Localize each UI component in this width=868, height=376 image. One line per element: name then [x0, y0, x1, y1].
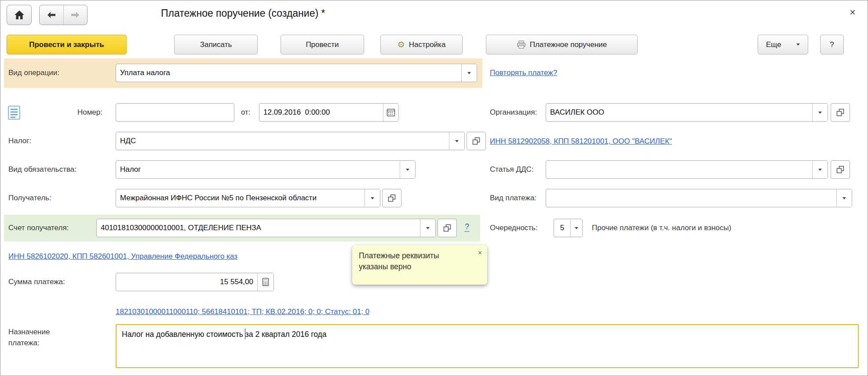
payment-kind-field[interactable]: [546, 189, 852, 207]
tax-field[interactable]: НДС: [116, 132, 465, 150]
priority-value: 5: [554, 219, 570, 237]
payment-kind-label: Вид платежа:: [490, 189, 536, 207]
chevron-down-icon: [371, 197, 374, 199]
payment-check-tooltip: Платежные реквизиты указаны верно ×: [352, 245, 487, 285]
recipient-account-choose-button[interactable]: [438, 219, 457, 237]
amount-input[interactable]: 15 554,00: [116, 273, 274, 291]
save-label: Записать: [200, 40, 232, 49]
priority-dropdown-button[interactable]: [570, 219, 582, 237]
recipient-account-value: 40101810300000010001, ОТДЕЛЕНИЕ ПЕНЗА: [97, 219, 420, 237]
organization-field[interactable]: ВАСИЛЕК ООО: [546, 103, 828, 122]
operation-type-label: Вид операции:: [8, 64, 59, 82]
account-check-help-link[interactable]: ?: [465, 222, 469, 232]
tax-value: НДС: [116, 132, 449, 150]
payment-kind-value: [546, 189, 836, 207]
recipient-choose-button[interactable]: [382, 189, 401, 207]
recipient-account-field[interactable]: 40101810300000010001, ОТДЕЛЕНИЕ ПЕНЗА: [96, 219, 436, 237]
dds-item-value: [546, 161, 812, 178]
tax-label: Налог:: [8, 132, 31, 150]
kbk-details-link[interactable]: 18210301000011000110; 56618410101; ТП; К…: [116, 307, 369, 316]
chevron-down-icon: [455, 140, 459, 142]
forward-arrow-icon: [70, 11, 80, 18]
organization-label: Организация:: [490, 103, 537, 122]
forward-button[interactable]: [63, 5, 88, 25]
obligation-dropdown-button[interactable]: [400, 161, 415, 178]
history-nav: [39, 5, 88, 25]
recipient-dropdown-button[interactable]: [365, 189, 380, 207]
back-arrow-icon: [47, 11, 56, 18]
tooltip-close-icon[interactable]: ×: [478, 249, 482, 257]
more-button[interactable]: Еще: [758, 35, 808, 54]
printer-icon: [517, 40, 526, 49]
gear-icon: ⚙: [398, 40, 405, 49]
chevron-down-icon: [426, 227, 430, 229]
tooltip-text: Платежные реквизиты указаны верно: [359, 250, 458, 272]
recipient-label: Получатель:: [8, 189, 51, 207]
chevron-down-icon: [818, 112, 822, 114]
recipient-field[interactable]: Межрайонная ИФНС России №5 по Пензенской…: [116, 189, 380, 207]
post-button[interactable]: Провести: [281, 35, 364, 54]
settings-button[interactable]: ⚙ Настройка: [380, 35, 463, 54]
priority-description: Прочие платежи (в т.ч. налоги и взносы): [592, 219, 731, 237]
dds-item-field[interactable]: [546, 160, 828, 179]
date-input[interactable]: 12.09.2016 0:00:00: [259, 103, 399, 122]
open-in-form-icon: [472, 137, 480, 145]
recipient-value: Межрайонная ИФНС России №5 по Пензенской…: [116, 189, 365, 207]
purpose-value: Налог на добавленную стоимость за 2 квар…: [122, 330, 327, 339]
amount-value: 15 554,00: [116, 273, 257, 291]
help-button[interactable]: ?: [820, 35, 844, 54]
calculator-button[interactable]: [257, 273, 274, 291]
home-button[interactable]: [7, 5, 32, 25]
number-label: Номер:: [44, 103, 102, 122]
back-button[interactable]: [40, 5, 63, 25]
recipient-details-link[interactable]: ИНН 5826102020, КПП 582601001, Управлени…: [8, 252, 237, 261]
priority-field[interactable]: 5: [554, 219, 583, 237]
number-input[interactable]: [116, 103, 234, 122]
home-icon: [14, 10, 25, 20]
dds-dropdown-button[interactable]: [812, 161, 828, 178]
obligation-type-value: Налог: [116, 161, 400, 178]
post-label: Провести: [306, 40, 339, 49]
repeat-payment-link[interactable]: Повторять платеж?: [490, 69, 557, 77]
open-in-form-icon: [836, 108, 844, 116]
tax-dropdown-button[interactable]: [449, 132, 464, 150]
payment-order-window: Платежное поручение (создание) * × Прове…: [0, 0, 868, 376]
chevron-down-icon: [467, 72, 471, 74]
chevron-down-icon: [796, 43, 800, 46]
organization-choose-button[interactable]: [831, 103, 850, 122]
purpose-label: Назначение платежа:: [8, 326, 72, 348]
open-in-form-icon: [443, 224, 451, 232]
recipient-account-label: Счет получателя:: [8, 219, 69, 237]
operation-type-field[interactable]: Уплата налога: [116, 64, 477, 82]
date-label: от:: [241, 103, 251, 122]
payment-kind-dropdown-button[interactable]: [836, 189, 852, 207]
chevron-down-icon: [818, 169, 822, 171]
obligation-type-label: Вид обязательства:: [8, 160, 77, 179]
purpose-textarea[interactable]: Налог на добавленную стоимость за 2 квар…: [116, 324, 859, 368]
tax-choose-button[interactable]: [467, 132, 486, 150]
dds-item-label: Статья ДДС:: [490, 160, 534, 179]
more-label: Еще: [766, 40, 781, 49]
save-button[interactable]: Записать: [174, 35, 258, 54]
operation-type-dropdown-button[interactable]: [461, 64, 477, 82]
date-value: 12.09.2016 0:00:00: [259, 104, 383, 121]
organization-dropdown-button[interactable]: [812, 104, 828, 121]
settings-label: Настройка: [409, 40, 446, 49]
chevron-down-icon: [842, 197, 846, 199]
organization-details-link[interactable]: ИНН 5812902058, КПП 581201001, ООО "ВАСИ…: [490, 137, 672, 146]
amount-label: Сумма платежа:: [8, 273, 65, 291]
calendar-icon: [387, 108, 395, 117]
calculator-icon: [262, 278, 269, 286]
recipient-account-dropdown-button[interactable]: [420, 219, 435, 237]
chevron-down-icon: [406, 169, 409, 171]
post-and-close-label: Провести и закрыть: [29, 40, 104, 49]
open-in-form-icon: [836, 166, 844, 174]
operation-type-value: Уплата налога: [116, 64, 461, 82]
dds-choose-button[interactable]: [831, 160, 850, 179]
obligation-type-field[interactable]: Налог: [116, 160, 416, 179]
help-label: ?: [830, 40, 834, 49]
calendar-button[interactable]: [383, 104, 398, 121]
print-payment-order-button[interactable]: Платежное поручение: [486, 35, 638, 54]
post-and-close-button[interactable]: Провести и закрыть: [7, 35, 127, 54]
close-icon[interactable]: ×: [846, 6, 860, 19]
